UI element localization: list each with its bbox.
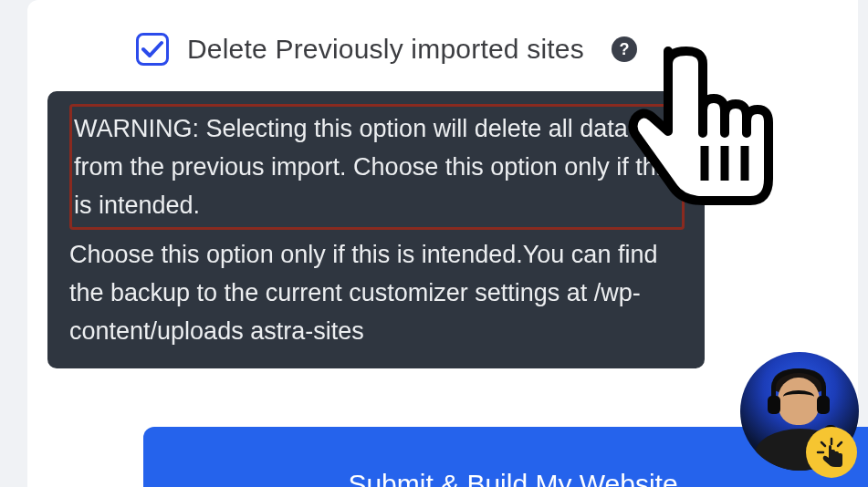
tap-badge-icon [806,427,857,478]
delete-imported-row: Delete Previously imported sites ? [136,33,637,66]
submit-label: Submit & Build My Website [348,469,677,487]
help-icon-glyph: ? [619,40,629,59]
delete-imported-label: Delete Previously imported sites [187,34,584,65]
svg-line-5 [838,442,842,446]
svg-line-3 [821,442,825,446]
checkmark-icon [141,40,163,58]
delete-imported-checkbox[interactable] [136,33,169,66]
warning-tooltip: WARNING: Selecting this option will dele… [47,91,705,368]
main-panel: Delete Previously imported sites ? WARNI… [27,0,858,487]
tooltip-warning-text: WARNING: Selecting this option will dele… [69,104,685,230]
tooltip-body-text: Choose this option only if this is inten… [69,235,685,350]
help-icon[interactable]: ? [612,36,637,62]
